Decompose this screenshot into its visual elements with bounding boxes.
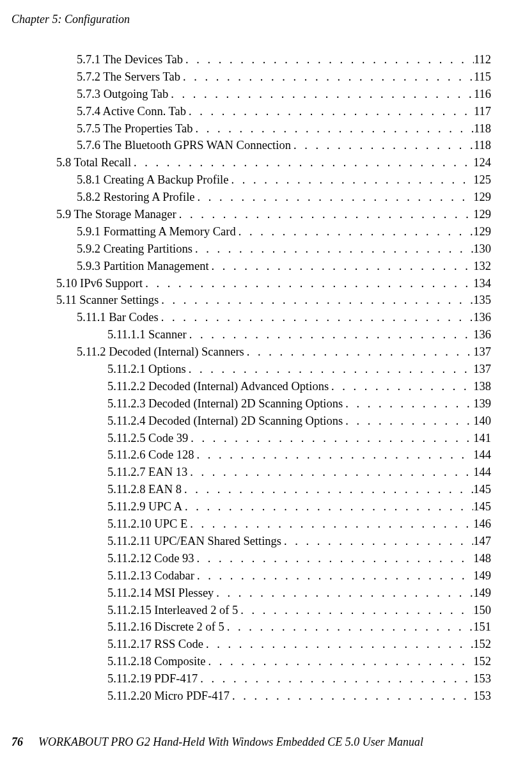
- toc-entry-page: 132: [473, 258, 491, 275]
- toc-entry-page: 144: [473, 447, 491, 464]
- toc-entry: 5.7.2 The Servers Tab115: [56, 69, 491, 86]
- toc-entry-label: 5.11.1.1 Scanner: [107, 327, 187, 343]
- toc-entry-label: 5.9.2 Creating Partitions: [77, 241, 192, 258]
- toc-leader-dots: [131, 155, 473, 171]
- toc-entry-page: 149: [473, 568, 491, 585]
- toc-entry: 5.11.2.8 EAN 8145: [56, 482, 491, 498]
- toc-entry: 5.11.2.17 RSS Code152: [56, 636, 491, 653]
- toc-entry: 5.11.2.7 EAN 13144: [56, 464, 491, 481]
- toc-entry-label: 5.9.1 Formatting A Memory Card: [77, 224, 236, 240]
- toc-entry-page: 137: [473, 361, 491, 378]
- toc-entry-label: 5.7.3 Outgoing Tab: [77, 86, 168, 103]
- toc-entry-page: 117: [474, 104, 491, 120]
- toc-entry-label: 5.11.2.3 Decoded (Internal) 2D Scanning …: [107, 396, 343, 413]
- toc-entry: 5.7.1 The Devices Tab112: [56, 52, 491, 68]
- toc-entry-page: 145: [473, 499, 491, 515]
- toc-entry-label: 5.11.2.14 MSI Plessey: [107, 585, 214, 602]
- toc-entry: 5.11.2.18 Composite152: [56, 654, 491, 670]
- toc-leader-dots: [176, 207, 474, 223]
- toc-entry-page: 125: [473, 172, 491, 189]
- toc-leader-dots: [281, 533, 473, 550]
- toc-entry-page: 148: [473, 551, 491, 567]
- page-container: Chapter 5: Configuration 5.7.1 The Devic…: [0, 0, 532, 763]
- toc-entry-page: 129: [473, 189, 491, 206]
- toc-entry-page: 130: [473, 241, 491, 258]
- book-title: WORKABOUT PRO G2 Hand-Held With Windows …: [38, 735, 423, 748]
- toc-entry-label: 5.11.2.16 Discrete 2 of 5: [107, 619, 224, 636]
- toc-leader-dots: [236, 224, 474, 240]
- toc-entry-label: 5.8.2 Restoring A Profile: [77, 189, 195, 206]
- toc-leader-dots: [187, 327, 474, 343]
- toc-leader-dots: [182, 482, 473, 498]
- toc-entry: 5.11.2.6 Code 128144: [56, 447, 491, 464]
- toc-entry: 5.9.3 Partition Management132: [56, 258, 491, 275]
- toc-entry-page: 144: [473, 464, 491, 481]
- toc-entry-label: 5.11.2.20 Micro PDF-417: [107, 688, 230, 705]
- toc-entry: 5.11 Scanner Settings135: [56, 292, 491, 309]
- toc-entry-page: 118: [474, 138, 491, 154]
- toc-entry: 5.11.2.12 Code 93148: [56, 551, 491, 567]
- toc-entry-label: 5.11.2.5 Code 39: [107, 430, 188, 447]
- toc-leader-dots: [203, 636, 473, 653]
- toc-entry: 5.7.6 The Bluetooth GPRS WAN Connection1…: [56, 138, 491, 154]
- toc-entry-page: 147: [473, 533, 491, 550]
- toc-leader-dots: [194, 568, 473, 585]
- toc-entry-label: 5.9 The Storage Manager: [56, 207, 176, 223]
- page-number: 76: [12, 735, 23, 748]
- toc-entry-label: 5.10 IPv6 Support: [56, 276, 143, 292]
- toc-entry-label: 5.8.1 Creating A Backup Profile: [77, 172, 228, 189]
- toc-entry-label: 5.11.2.6 Code 128: [107, 447, 194, 464]
- toc-entry-label: 5.11.2.17 RSS Code: [107, 636, 203, 653]
- toc-leader-dots: [230, 688, 473, 705]
- toc-leader-dots: [194, 447, 474, 464]
- toc-entry-page: 145: [473, 482, 491, 498]
- toc-entry: 5.9 The Storage Manager129: [56, 207, 491, 223]
- toc-entry-label: 5.9.3 Partition Management: [77, 258, 209, 275]
- toc-entry-page: 153: [473, 688, 491, 705]
- toc-entry-page: 139: [473, 396, 491, 413]
- toc-entry-label: 5.7.2 The Servers Tab: [77, 69, 180, 86]
- toc-leader-dots: [343, 413, 473, 430]
- toc-entry: 5.8 Total Recall124: [56, 155, 491, 171]
- toc-leader-dots: [198, 671, 473, 688]
- toc-entry-label: 5.11.2.8 EAN 8: [107, 482, 182, 498]
- toc-leader-dots: [188, 430, 473, 447]
- toc-leader-dots: [168, 86, 474, 103]
- toc-entry-label: 5.11.2.18 Composite: [107, 654, 205, 670]
- toc-leader-dots: [194, 551, 474, 567]
- toc-entry-page: 135: [473, 292, 491, 309]
- toc-entry: 5.11.2 Decoded (Internal) Scanners137: [56, 344, 491, 361]
- toc-leader-dots: [329, 379, 473, 395]
- toc-leader-dots: [186, 361, 474, 378]
- toc-entry-page: 137: [473, 344, 491, 361]
- toc-leader-dots: [183, 52, 474, 68]
- toc-entry-page: 118: [474, 121, 491, 138]
- toc-entry: 5.11.2.16 Discrete 2 of 5151: [56, 619, 491, 636]
- toc-entry: 5.9.1 Formatting A Memory Card129: [56, 224, 491, 240]
- toc-entry-label: 5.11.2.9 UPC A: [107, 499, 182, 515]
- toc-entry: 5.7.3 Outgoing Tab116: [56, 86, 491, 103]
- toc-entry: 5.9.2 Creating Partitions130: [56, 241, 491, 258]
- toc-leader-dots: [228, 172, 473, 189]
- toc-entry-label: 5.7.5 The Properties Tab: [77, 121, 192, 138]
- toc-entry: 5.10 IPv6 Support134: [56, 276, 491, 292]
- toc-leader-dots: [143, 276, 473, 292]
- toc-entry-page: 134: [473, 276, 491, 292]
- toc: 5.7.1 The Devices Tab1125.7.2 The Server…: [56, 51, 491, 705]
- toc-entry: 5.8.2 Restoring A Profile129: [56, 189, 491, 206]
- toc-entry: 5.8.1 Creating A Backup Profile125: [56, 172, 491, 189]
- toc-entry-page: 153: [473, 671, 491, 688]
- toc-entry-label: 5.7.1 The Devices Tab: [77, 52, 183, 68]
- toc-entry-label: 5.11.2.2 Decoded (Internal) Advanced Opt…: [107, 379, 329, 395]
- toc-entry-label: 5.11.2.1 Options: [107, 361, 186, 378]
- toc-entry-label: 5.11.2.4 Decoded (Internal) 2D Scanning …: [107, 413, 343, 430]
- toc-entry: 5.11.2.11 UPC/EAN Shared Settings147: [56, 533, 491, 550]
- page-footer: 76WORKABOUT PRO G2 Hand-Held With Window…: [12, 734, 423, 750]
- toc-leader-dots: [182, 499, 473, 515]
- toc-entry: 5.11.2.10 UPC E146: [56, 516, 491, 533]
- running-header: Chapter 5: Configuration: [12, 12, 130, 28]
- toc-entry: 5.11.2.20 Micro PDF-417153: [56, 688, 491, 705]
- toc-entry-page: 115: [474, 69, 491, 86]
- toc-entry: 5.11.2.2 Decoded (Internal) Advanced Opt…: [56, 379, 491, 395]
- toc-entry-page: 116: [474, 86, 491, 103]
